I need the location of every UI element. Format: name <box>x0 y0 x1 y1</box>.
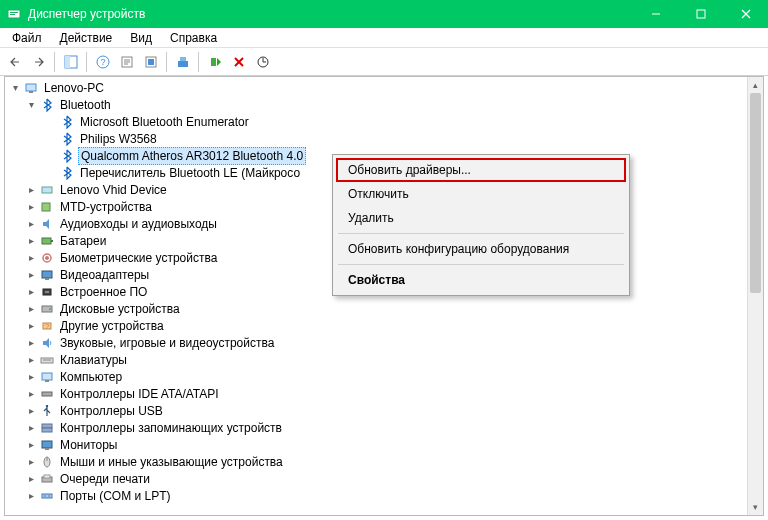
firmware-icon <box>39 284 55 300</box>
tree-label: Lenovo Vhid Device <box>58 182 169 198</box>
tree-category-bluetooth[interactable]: ▾ Bluetooth <box>5 96 763 113</box>
tree-device[interactable]: Philips W3568 <box>5 130 763 147</box>
tree-category[interactable]: ▸ Контроллеры запоминающих устройств <box>5 419 763 436</box>
tree-label: Очереди печати <box>58 471 152 487</box>
context-disable[interactable]: Отключить <box>336 182 626 206</box>
svg-point-55 <box>48 495 50 497</box>
update-driver-button[interactable] <box>172 51 194 73</box>
menu-view[interactable]: Вид <box>122 29 160 47</box>
tree-label: Клавиатуры <box>58 352 129 368</box>
chevron-right-icon[interactable]: ▸ <box>25 422 37 434</box>
menu-file[interactable]: Файл <box>4 29 50 47</box>
svg-point-30 <box>45 256 49 260</box>
svg-text:?: ? <box>45 322 50 331</box>
chevron-right-icon[interactable]: ▸ <box>25 405 37 417</box>
tree-category[interactable]: ▸ Очереди печати <box>5 470 763 487</box>
port-icon <box>39 488 55 504</box>
app-icon <box>6 6 22 22</box>
chevron-right-icon[interactable]: ▸ <box>25 490 37 502</box>
forward-button[interactable] <box>28 51 50 73</box>
svg-rect-4 <box>697 10 705 18</box>
chevron-right-icon[interactable]: ▸ <box>25 218 37 230</box>
chevron-right-icon[interactable]: ▸ <box>25 201 37 213</box>
show-hide-tree-button[interactable] <box>60 51 82 73</box>
svg-point-54 <box>44 495 46 497</box>
chevron-down-icon[interactable]: ▾ <box>25 99 37 111</box>
tree-category[interactable]: ▸ Дисковые устройства <box>5 300 763 317</box>
chevron-right-icon[interactable]: ▸ <box>25 354 37 366</box>
chevron-right-icon[interactable]: ▸ <box>25 371 37 383</box>
context-uninstall[interactable]: Удалить <box>336 206 626 230</box>
tree-category[interactable]: ▸ Звуковые, игровые и видеоустройства <box>5 334 763 351</box>
properties-button[interactable] <box>116 51 138 73</box>
chevron-right-icon[interactable]: ▸ <box>25 269 37 281</box>
svg-rect-41 <box>42 373 52 380</box>
tree-category[interactable]: ▸ Компьютер <box>5 368 763 385</box>
tree-category[interactable]: ▸ Контроллеры IDE ATA/ATAPI <box>5 385 763 402</box>
chevron-right-icon[interactable]: ▸ <box>25 337 37 349</box>
vertical-scrollbar[interactable]: ▴ ▾ <box>747 77 763 515</box>
chevron-right-icon[interactable]: ▸ <box>25 456 37 468</box>
window-titlebar: Диспетчер устройств <box>0 0 768 28</box>
tree-label: Philips W3568 <box>78 131 159 147</box>
context-scan-hardware[interactable]: Обновить конфигурацию оборудования <box>336 237 626 261</box>
chevron-right-icon[interactable]: ▸ <box>25 303 37 315</box>
computer-icon <box>23 80 39 96</box>
svg-rect-48 <box>45 448 49 450</box>
svg-rect-25 <box>42 187 52 193</box>
menu-help[interactable]: Справка <box>162 29 225 47</box>
tree-label: Компьютер <box>58 369 124 385</box>
chevron-right-icon[interactable]: ▸ <box>25 235 37 247</box>
maximize-button[interactable] <box>678 0 723 28</box>
svg-rect-46 <box>42 428 52 432</box>
back-button[interactable] <box>4 51 26 73</box>
display-icon <box>39 267 55 283</box>
chevron-right-icon[interactable]: ▸ <box>25 252 37 264</box>
svg-rect-16 <box>148 59 154 65</box>
svg-rect-19 <box>211 58 216 66</box>
context-properties[interactable]: Свойства <box>336 268 626 292</box>
tree-label: Мыши и иные указывающие устройства <box>58 454 285 470</box>
toolbar-separator <box>86 52 88 72</box>
chevron-down-icon[interactable]: ▾ <box>9 82 21 94</box>
menu-action[interactable]: Действие <box>52 29 121 47</box>
tree-label: Контроллеры запоминающих устройств <box>58 420 284 436</box>
tree-label: Биометрические устройства <box>58 250 219 266</box>
chevron-right-icon[interactable]: ▸ <box>25 388 37 400</box>
tree-category[interactable]: ▸ Мыши и иные указывающие устройства <box>5 453 763 470</box>
context-item-label: Отключить <box>348 187 409 201</box>
chevron-right-icon[interactable]: ▸ <box>25 473 37 485</box>
minimize-button[interactable] <box>633 0 678 28</box>
context-item-label: Обновить драйверы... <box>348 163 471 177</box>
sound-icon <box>39 335 55 351</box>
chevron-right-icon[interactable]: ▸ <box>25 320 37 332</box>
tree-category[interactable]: ▸ ? Другие устройства <box>5 317 763 334</box>
help-button[interactable]: ? <box>92 51 114 73</box>
scroll-up-icon[interactable]: ▴ <box>748 77 763 93</box>
tree-category[interactable]: ▸ Мониторы <box>5 436 763 453</box>
svg-rect-17 <box>178 61 188 67</box>
tree-device[interactable]: Microsoft Bluetooth Enumerator <box>5 113 763 130</box>
chevron-right-icon[interactable]: ▸ <box>25 286 37 298</box>
uninstall-button[interactable] <box>228 51 250 73</box>
tree-category[interactable]: ▸ Клавиатуры <box>5 351 763 368</box>
chevron-right-icon[interactable]: ▸ <box>25 184 37 196</box>
context-item-label: Свойства <box>348 273 405 287</box>
tree-category[interactable]: ▸ Порты (COM и LPT) <box>5 487 763 504</box>
close-button[interactable] <box>723 0 768 28</box>
tree-root[interactable]: ▾ Lenovo-PC <box>5 79 763 96</box>
context-update-drivers[interactable]: Обновить драйверы... <box>336 158 626 182</box>
chevron-right-icon[interactable]: ▸ <box>25 439 37 451</box>
context-separator <box>338 264 624 265</box>
bluetooth-icon <box>59 165 75 181</box>
device-tree-panel: ▾ Lenovo-PC ▾ Bluetooth Microsoft Blueto… <box>4 76 764 516</box>
scroll-down-icon[interactable]: ▾ <box>748 499 763 515</box>
details-button[interactable] <box>140 51 162 73</box>
context-item-label: Обновить конфигурацию оборудования <box>348 242 569 256</box>
other-device-icon: ? <box>39 318 55 334</box>
tree-category[interactable]: ▸ Контроллеры USB <box>5 402 763 419</box>
storage-icon <box>39 420 55 436</box>
enable-device-button[interactable] <box>204 51 226 73</box>
scroll-thumb[interactable] <box>750 93 761 293</box>
scan-hardware-button[interactable] <box>252 51 274 73</box>
